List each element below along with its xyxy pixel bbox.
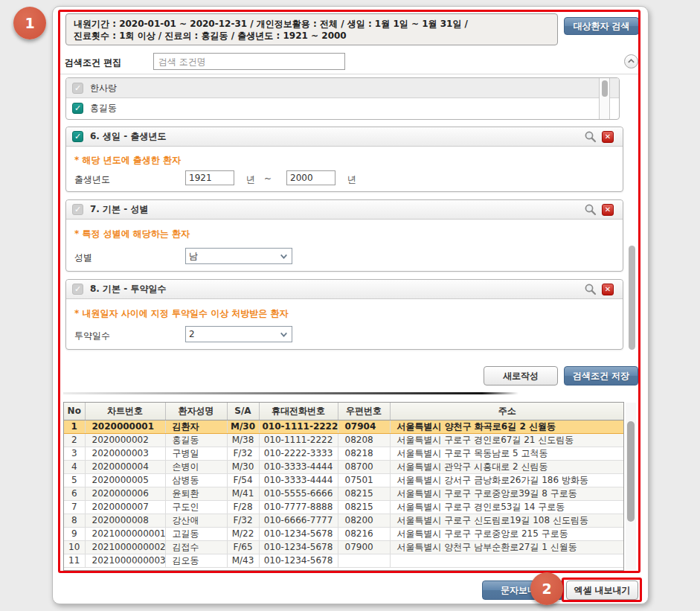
table-cell: 08218 (338, 447, 390, 460)
save-condition-button[interactable]: 검색조건 저장 (564, 366, 638, 386)
table-row[interactable]: 92021000000001고길동M/22010-1234-567808216서… (64, 527, 624, 540)
section-description: * 해당 년도에 출생한 환자 (74, 154, 181, 167)
table-cell: 11 (64, 554, 85, 567)
table-row[interactable]: 72020000007구도인F/28010-7777-888808215서울특별… (64, 500, 624, 514)
range-tilde: ~ (264, 173, 272, 184)
table-row[interactable]: 32020000003구병일F/32010-2222-333308218서울특별… (64, 447, 624, 460)
list-item[interactable]: ✓ 홍길동 (66, 98, 619, 118)
search-icon[interactable] (584, 203, 597, 216)
target-patient-search-button[interactable]: 대상환자 검색 (564, 17, 639, 35)
table-row[interactable]: 62020000006윤퇴환M/41010-5555-666608215서울특별… (64, 487, 624, 500)
scrollbar-thumb[interactable] (629, 246, 635, 350)
summary-line-1: 내원기간 : 2020-01-01 ~ 2020-12-31 / 개인정보활용 … (74, 18, 550, 30)
checkbox-checked-disabled-icon[interactable]: ✓ (72, 284, 83, 295)
section-header: ✓ 7. 기본 - 성별 ✕ (66, 200, 623, 220)
table-cell: M/38 (227, 433, 259, 447)
table-cell: 08215 (338, 500, 390, 514)
table-cell: 010-3333-4444 (259, 473, 338, 487)
table-cell: 홍길동 (165, 433, 227, 447)
list-item[interactable]: ✓ 한사랑 (66, 78, 619, 98)
table-cell: M/43 (227, 554, 259, 567)
checkbox-checked-disabled-icon[interactable]: ✓ (72, 204, 83, 215)
checkbox-checked-icon[interactable]: ✓ (72, 103, 83, 114)
section-description: * 특정 성별에 해당하는 환자 (74, 228, 190, 240)
table-cell: 3 (64, 447, 85, 460)
results-table-body: 12020000001김환자M/30010-1111-222207904서울특별… (64, 420, 624, 567)
search-icon[interactable] (584, 130, 597, 143)
search-icon[interactable] (584, 283, 597, 295)
table-cell: 010-1111-2222 (259, 433, 338, 447)
table-cell: 010-2222-3333 (259, 447, 338, 460)
table-cell: 구병일 (165, 447, 227, 460)
checkbox-checked-icon[interactable]: ✓ (72, 131, 83, 142)
table-cell: 김접수 (165, 540, 227, 554)
column-header[interactable]: No (64, 403, 85, 420)
table-cell: 서울특별시 양천구 남부순환로27길 1 신월동 (390, 540, 624, 554)
table-cell: 2020000002 (85, 433, 165, 447)
column-header[interactable]: 우편번호 (338, 403, 390, 420)
gender-select[interactable]: 남 (185, 248, 292, 264)
table-cell: 07900 (338, 540, 390, 554)
table-row[interactable]: 12020000001김환자M/30010-1111-222207904서울특별… (64, 420, 624, 433)
table-cell: 2020000008 (85, 514, 165, 527)
column-header[interactable]: 차트번호 (85, 403, 165, 420)
criteria-section-medication-days: ✓ 8. 기본 - 투약일수 ✕ * 내원일자 사이에 지정 투약일수 이상 처… (65, 279, 623, 350)
condition-name-input[interactable] (153, 53, 345, 70)
table-cell (338, 554, 390, 567)
delete-section-icon[interactable]: ✕ (602, 204, 614, 216)
table-row[interactable]: 52020000005삼병동F/54010-3333-444407501서울특별… (64, 473, 624, 487)
table-cell: 010-1111-2222 (259, 420, 338, 433)
doctor-label: 홍길동 (90, 102, 117, 115)
excel-export-button[interactable]: 엑셀 내보내기 (566, 580, 638, 600)
table-cell: 손병이 (165, 460, 227, 473)
table-row[interactable]: 42020000004손병이M/30010-3333-444408700서울특별… (64, 460, 624, 473)
birth-year-from-input[interactable] (185, 170, 234, 185)
table-cell: 010-3333-4444 (259, 460, 338, 473)
doctor-list-scrollbar[interactable] (599, 78, 610, 119)
table-cell: 서울특별시 구로구 목동남로 5 고척동 (390, 447, 624, 460)
criteria-panel-scrollbar[interactable] (628, 77, 636, 355)
table-cell: 010-1234-5678 (259, 527, 338, 540)
criteria-section-gender: ✓ 7. 기본 - 성별 ✕ * 특정 성별에 해당하는 환자 성별 남 (65, 199, 623, 272)
table-cell: 10 (64, 540, 85, 554)
column-header[interactable]: 휴대전화번호 (259, 403, 338, 420)
table-cell: 김환자 (165, 420, 227, 433)
column-header[interactable]: S/A (227, 403, 259, 420)
collapse-panel-button[interactable] (624, 54, 638, 68)
chevron-up-icon (627, 57, 635, 65)
table-row[interactable]: 22020000002홍길동M/38010-1111-222208208서울특별… (64, 433, 624, 447)
table-cell: 2020000005 (85, 473, 165, 487)
column-header[interactable]: 주소 (390, 403, 624, 420)
annotation-step-badge-1: 1 (13, 7, 46, 39)
delete-section-icon[interactable]: ✕ (602, 131, 614, 143)
table-cell: 서울특별시 구로구 경인로53길 14 구로동 (390, 500, 624, 514)
table-cell (390, 554, 624, 567)
table-cell: 2020000003 (85, 447, 165, 460)
table-cell: F/32 (227, 447, 259, 460)
section-title: 7. 기본 - 성별 (90, 203, 148, 216)
table-cell: 서울특별시 강서구 금낭화로26가길 186 방화동 (390, 473, 624, 487)
checkbox-checked-disabled-icon[interactable]: ✓ (72, 83, 83, 94)
results-table-scrollbar[interactable] (626, 403, 636, 570)
column-header[interactable]: 환자성명 (165, 403, 227, 420)
delete-section-icon[interactable]: ✕ (602, 284, 614, 295)
table-row[interactable]: 102021000000002김접수F/65010-1234-567807900… (64, 540, 624, 554)
table-row[interactable]: 112021000000003김오동M/43010-1234-5678 (64, 554, 624, 567)
table-cell: 2021000000001 (85, 527, 165, 540)
table-cell: 7 (64, 500, 85, 514)
table-cell: 9 (64, 527, 85, 540)
section-header: ✓ 6. 생일 - 출생년도 ✕ (66, 127, 623, 147)
new-condition-button[interactable]: 새로작성 (484, 366, 558, 386)
table-cell: 2 (64, 433, 85, 447)
scrollbar-thumb[interactable] (627, 421, 635, 522)
medication-days-select[interactable]: 2 (185, 326, 292, 342)
table-cell: 고길동 (165, 527, 227, 540)
table-cell: 2021000000003 (85, 554, 165, 567)
search-criteria-summary: 내원기간 : 2020-01-01 ~ 2020-12-31 / 개인정보활용 … (65, 13, 558, 45)
table-cell: M/22 (227, 527, 259, 540)
table-row[interactable]: 82020000008강산애F/32010-6666-777708200서울특별… (64, 514, 624, 527)
scrollbar-thumb[interactable] (602, 80, 608, 97)
table-cell: F/28 (227, 500, 259, 514)
send-sms-button[interactable]: 문자보내기 (482, 580, 564, 600)
birth-year-to-input[interactable] (286, 170, 335, 185)
